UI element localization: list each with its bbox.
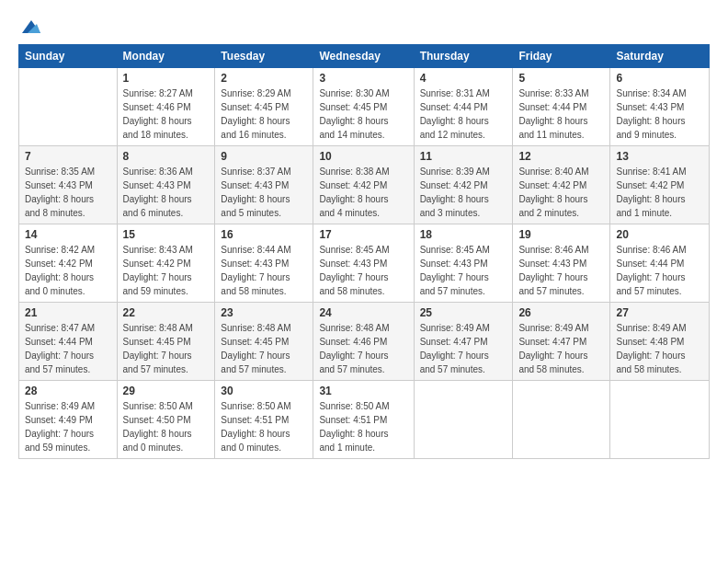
day-number: 2 xyxy=(221,72,307,85)
day-number: 8 xyxy=(123,150,210,163)
day-cell: 7Sunrise: 8:35 AM Sunset: 4:43 PM Daylig… xyxy=(19,146,118,224)
day-cell: 14Sunrise: 8:42 AM Sunset: 4:42 PM Dayli… xyxy=(19,224,118,303)
day-number: 4 xyxy=(420,72,507,85)
day-number: 29 xyxy=(123,385,210,397)
day-cell: 9Sunrise: 8:37 AM Sunset: 4:43 PM Daylig… xyxy=(215,146,313,224)
day-info: Sunrise: 8:37 AM Sunset: 4:43 PM Dayligh… xyxy=(221,165,307,220)
day-number: 7 xyxy=(25,150,111,163)
day-cell: 15Sunrise: 8:43 AM Sunset: 4:42 PM Dayli… xyxy=(117,224,215,303)
col-header-wednesday: Wednesday xyxy=(313,45,414,68)
day-cell: 26Sunrise: 8:49 AM Sunset: 4:47 PM Dayli… xyxy=(513,303,610,381)
day-cell: 25Sunrise: 8:49 AM Sunset: 4:47 PM Dayli… xyxy=(414,303,513,381)
day-number: 24 xyxy=(319,306,407,319)
day-cell: 17Sunrise: 8:45 AM Sunset: 4:43 PM Dayli… xyxy=(313,224,414,303)
day-number: 22 xyxy=(123,306,210,319)
day-cell: 19Sunrise: 8:46 AM Sunset: 4:43 PM Dayli… xyxy=(513,224,610,303)
day-cell: 30Sunrise: 8:50 AM Sunset: 4:51 PM Dayli… xyxy=(215,381,313,459)
day-info: Sunrise: 8:36 AM Sunset: 4:43 PM Dayligh… xyxy=(123,165,210,220)
day-info: Sunrise: 8:41 AM Sunset: 4:42 PM Dayligh… xyxy=(616,165,703,220)
day-info: Sunrise: 8:48 AM Sunset: 4:45 PM Dayligh… xyxy=(123,321,210,376)
day-number: 14 xyxy=(25,228,111,241)
day-cell: 18Sunrise: 8:45 AM Sunset: 4:43 PM Dayli… xyxy=(414,224,513,303)
day-cell: 21Sunrise: 8:47 AM Sunset: 4:44 PM Dayli… xyxy=(19,303,118,381)
day-cell: 23Sunrise: 8:48 AM Sunset: 4:45 PM Dayli… xyxy=(215,303,313,381)
day-info: Sunrise: 8:45 AM Sunset: 4:43 PM Dayligh… xyxy=(420,243,507,298)
day-info: Sunrise: 8:49 AM Sunset: 4:47 PM Dayligh… xyxy=(420,321,507,376)
day-number: 16 xyxy=(221,228,307,241)
day-cell: 20Sunrise: 8:46 AM Sunset: 4:44 PM Dayli… xyxy=(610,224,710,303)
day-cell xyxy=(19,68,118,146)
day-cell: 3Sunrise: 8:30 AM Sunset: 4:45 PM Daylig… xyxy=(313,68,414,146)
day-info: Sunrise: 8:42 AM Sunset: 4:42 PM Dayligh… xyxy=(25,243,111,298)
day-cell: 13Sunrise: 8:41 AM Sunset: 4:42 PM Dayli… xyxy=(610,146,710,224)
day-number: 6 xyxy=(616,72,703,85)
day-cell: 16Sunrise: 8:44 AM Sunset: 4:43 PM Dayli… xyxy=(215,224,313,303)
day-number: 5 xyxy=(518,72,604,85)
day-info: Sunrise: 8:45 AM Sunset: 4:43 PM Dayligh… xyxy=(319,243,407,298)
day-info: Sunrise: 8:38 AM Sunset: 4:42 PM Dayligh… xyxy=(319,165,407,220)
day-cell: 4Sunrise: 8:31 AM Sunset: 4:44 PM Daylig… xyxy=(414,68,513,146)
day-number: 9 xyxy=(221,150,307,163)
day-cell: 1Sunrise: 8:27 AM Sunset: 4:46 PM Daylig… xyxy=(117,68,215,146)
day-info: Sunrise: 8:43 AM Sunset: 4:42 PM Dayligh… xyxy=(123,243,210,298)
day-number: 25 xyxy=(420,306,507,319)
day-info: Sunrise: 8:30 AM Sunset: 4:45 PM Dayligh… xyxy=(319,86,407,142)
day-number: 12 xyxy=(518,150,604,163)
day-number: 19 xyxy=(518,228,604,241)
day-info: Sunrise: 8:50 AM Sunset: 4:50 PM Dayligh… xyxy=(123,399,210,454)
week-row-4: 21Sunrise: 8:47 AM Sunset: 4:44 PM Dayli… xyxy=(19,303,710,381)
day-number: 26 xyxy=(518,306,604,319)
day-info: Sunrise: 8:48 AM Sunset: 4:45 PM Dayligh… xyxy=(221,321,307,376)
day-info: Sunrise: 8:33 AM Sunset: 4:44 PM Dayligh… xyxy=(518,86,604,142)
day-info: Sunrise: 8:47 AM Sunset: 4:44 PM Dayligh… xyxy=(25,321,111,376)
day-number: 18 xyxy=(420,228,507,241)
day-cell xyxy=(610,381,710,459)
day-cell: 8Sunrise: 8:36 AM Sunset: 4:43 PM Daylig… xyxy=(117,146,215,224)
day-info: Sunrise: 8:50 AM Sunset: 4:51 PM Dayligh… xyxy=(221,399,307,454)
calendar-page: SundayMondayTuesdayWednesdayThursdayFrid… xyxy=(0,0,728,563)
col-header-thursday: Thursday xyxy=(414,45,513,68)
day-info: Sunrise: 8:31 AM Sunset: 4:44 PM Dayligh… xyxy=(420,86,507,142)
col-header-saturday: Saturday xyxy=(610,45,710,68)
day-info: Sunrise: 8:34 AM Sunset: 4:43 PM Dayligh… xyxy=(616,86,703,142)
col-header-sunday: Sunday xyxy=(19,45,118,68)
day-cell: 27Sunrise: 8:49 AM Sunset: 4:48 PM Dayli… xyxy=(610,303,710,381)
day-cell: 28Sunrise: 8:49 AM Sunset: 4:49 PM Dayli… xyxy=(19,381,118,459)
day-cell: 5Sunrise: 8:33 AM Sunset: 4:44 PM Daylig… xyxy=(513,68,610,146)
day-info: Sunrise: 8:29 AM Sunset: 4:45 PM Dayligh… xyxy=(221,86,307,142)
day-number: 21 xyxy=(25,306,111,319)
week-row-1: 1Sunrise: 8:27 AM Sunset: 4:46 PM Daylig… xyxy=(19,68,710,146)
day-number: 27 xyxy=(616,306,703,319)
page-header xyxy=(18,17,710,35)
day-number: 11 xyxy=(420,150,507,163)
week-row-5: 28Sunrise: 8:49 AM Sunset: 4:49 PM Dayli… xyxy=(19,381,710,459)
day-cell: 24Sunrise: 8:48 AM Sunset: 4:46 PM Dayli… xyxy=(313,303,414,381)
day-number: 28 xyxy=(25,385,111,397)
day-cell: 29Sunrise: 8:50 AM Sunset: 4:50 PM Dayli… xyxy=(117,381,215,459)
day-info: Sunrise: 8:27 AM Sunset: 4:46 PM Dayligh… xyxy=(123,86,210,142)
day-info: Sunrise: 8:49 AM Sunset: 4:48 PM Dayligh… xyxy=(616,321,703,376)
day-cell: 2Sunrise: 8:29 AM Sunset: 4:45 PM Daylig… xyxy=(215,68,313,146)
day-cell: 6Sunrise: 8:34 AM Sunset: 4:43 PM Daylig… xyxy=(610,68,710,146)
logo xyxy=(18,17,42,35)
day-cell xyxy=(513,381,610,459)
day-number: 3 xyxy=(319,72,407,85)
col-header-friday: Friday xyxy=(513,45,610,68)
day-info: Sunrise: 8:40 AM Sunset: 4:42 PM Dayligh… xyxy=(518,165,604,220)
day-number: 31 xyxy=(319,385,407,397)
calendar-table: SundayMondayTuesdayWednesdayThursdayFrid… xyxy=(18,44,710,459)
day-info: Sunrise: 8:44 AM Sunset: 4:43 PM Dayligh… xyxy=(221,243,307,298)
day-info: Sunrise: 8:50 AM Sunset: 4:51 PM Dayligh… xyxy=(319,399,407,454)
day-cell: 10Sunrise: 8:38 AM Sunset: 4:42 PM Dayli… xyxy=(313,146,414,224)
day-cell: 12Sunrise: 8:40 AM Sunset: 4:42 PM Dayli… xyxy=(513,146,610,224)
day-info: Sunrise: 8:49 AM Sunset: 4:49 PM Dayligh… xyxy=(25,399,111,454)
day-cell: 11Sunrise: 8:39 AM Sunset: 4:42 PM Dayli… xyxy=(414,146,513,224)
col-header-monday: Monday xyxy=(117,45,215,68)
day-info: Sunrise: 8:48 AM Sunset: 4:46 PM Dayligh… xyxy=(319,321,407,376)
day-number: 10 xyxy=(319,150,407,163)
day-number: 30 xyxy=(221,385,307,397)
week-row-2: 7Sunrise: 8:35 AM Sunset: 4:43 PM Daylig… xyxy=(19,146,710,224)
day-info: Sunrise: 8:39 AM Sunset: 4:42 PM Dayligh… xyxy=(420,165,507,220)
logo-icon xyxy=(20,17,42,39)
day-cell: 22Sunrise: 8:48 AM Sunset: 4:45 PM Dayli… xyxy=(117,303,215,381)
